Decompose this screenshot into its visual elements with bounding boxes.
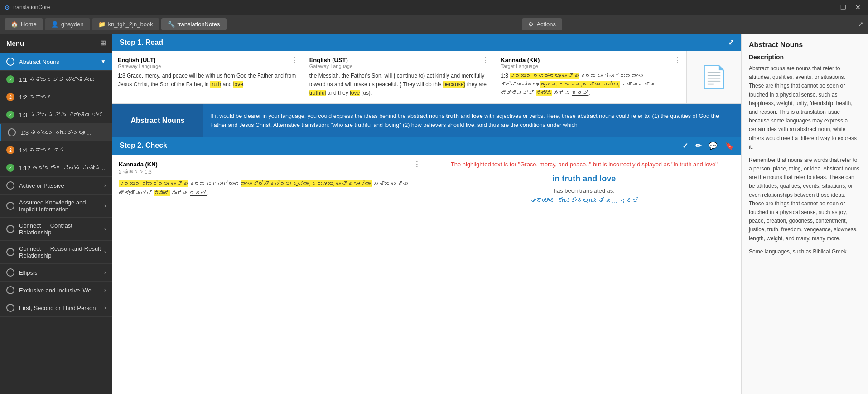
assumed-knowledge-label: Assumed Knowledge and Implicit Informati… — [19, 199, 104, 213]
close-button[interactable]: ✕ — [853, 3, 863, 12]
columns-area: English (ULT) Gateway Language ⋮ 1:3 Gra… — [112, 51, 741, 104]
column-ust-menu[interactable]: ⋮ — [482, 57, 489, 64]
step1-expand-icon[interactable]: ⤢ — [728, 38, 734, 47]
content-area: Step 1. Read ⤢ English (ULT) Gateway Lan… — [112, 34, 741, 394]
window-controls[interactable]: — ❐ ✕ — [822, 3, 863, 12]
step2-highlight-3: ನಮ್ಮ — [154, 190, 170, 196]
step2-edit-icon[interactable]: ✏ — [695, 141, 701, 150]
user-icon: 👤 — [51, 21, 58, 28]
sidebar-item-abstract-nouns[interactable]: Abstract Nouns ▼ — [0, 53, 112, 71]
sidebar-item-connect-reason[interactable]: Connect — Reason-and-Result Relationship… — [0, 241, 112, 264]
assumed-knowledge-icon — [6, 202, 14, 210]
step2-header: Step 2. Check ✓ ✏ 💬 🔖 — [112, 137, 741, 155]
item-1-1-label: 1:1 ಸತ್ಯದಲ್ಲಿ ಪ್ರೀತಿಸುವ — [19, 76, 106, 83]
sidebar-item-1-3a[interactable]: ✓ 1:3 ಸತ್ಯ ಮತ್ತು ಪ್ರೀತಿಯಲ್ಲಿ — [0, 106, 112, 124]
right-panel-para-3: Some languages, such as Biblical Greek — [749, 248, 861, 256]
step2-lang: Kannada (KN) — [119, 161, 158, 168]
step2-highlight-1: ತಂದೆಯಾದ ದೇವರಿಂದಲೂ ಮತ್ತು — [119, 180, 188, 187]
highlight-truth: truth — [210, 81, 221, 88]
step2-right: The highlighted text is for "Grace, merc… — [427, 155, 742, 394]
tab-notes[interactable]: 🔧 translationNotes — [161, 18, 227, 30]
chevron-active-passive: › — [104, 182, 106, 189]
app-name: translationCore — [13, 4, 50, 10]
actions-button[interactable]: ⚙ Actions — [522, 18, 562, 30]
step1-title: Step 1. Read — [120, 39, 163, 47]
right-panel-collapse-button[interactable]: › — [741, 205, 742, 223]
chevron-exclusive-inclusive: › — [104, 287, 106, 293]
column-kn-type: Target Language — [501, 63, 540, 69]
abstract-nouns-label: Abstract Nouns — [19, 58, 101, 65]
active-passive-label: Active or Passive — [19, 182, 104, 189]
menu-label: Menu — [6, 39, 24, 47]
sidebar-item-assumed-knowledge[interactable]: Assumed Knowledge and Implicit Informati… — [0, 195, 112, 218]
column-ust: English (UST) Gateway Language ⋮ the Mes… — [304, 51, 496, 103]
sidebar-item-connect-contrast[interactable]: Connect — Contrast Relationship › — [0, 218, 112, 241]
note-box-title: Abstract Nouns — [112, 104, 203, 137]
column-image: 📄 — [687, 51, 741, 103]
tab-ghayden[interactable]: 👤 ghayden — [45, 18, 90, 30]
tab-book[interactable]: 📁 kn_tgh_2jn_book — [92, 18, 159, 30]
step2-phrase: in truth and love — [552, 174, 616, 184]
right-panel-para-1: Abstract nouns are nouns that refer to a… — [749, 64, 861, 151]
sidebar: Menu ⊞ Abstract Nouns ▼ ✓ 1:1 ಸತ್ಯದಲ್ಲಿ … — [0, 34, 112, 394]
sidebar-item-active-passive[interactable]: Active or Passive › — [0, 177, 112, 195]
step2-check-icon[interactable]: ✓ — [682, 141, 688, 150]
chevron-connect-contrast: › — [104, 226, 106, 232]
ellipsis-icon — [6, 268, 14, 277]
column-ult-menu[interactable]: ⋮ — [291, 57, 298, 64]
check-icon-1-1: ✓ — [6, 75, 14, 83]
column-ust-text: the Messiah, the Father's Son, will { co… — [309, 72, 490, 98]
home-tab[interactable]: 🏠 Home — [5, 18, 43, 30]
highlight-kn-3: ನಮ್ಮ — [536, 90, 552, 96]
column-ult-type: Gateway Language — [118, 63, 161, 69]
column-kn-header: Kannada (KN) Target Language ⋮ — [501, 57, 681, 69]
check-icon-1-3a: ✓ — [6, 111, 14, 119]
exclusive-inclusive-label: Exclusive and Inclusive 'We' — [19, 287, 104, 294]
highlight-kn-4: ಇರಲಿ — [572, 90, 588, 96]
filter-icon[interactable]: ⊞ — [100, 39, 106, 47]
active-passive-icon — [6, 181, 14, 190]
column-ust-header: English (UST) Gateway Language ⋮ — [309, 57, 490, 69]
highlight-kn-2: ಕೃಪೆಯು, ಕರುಣೆಯು, ಮತ್ತು ಶಾಂತಿಯು, — [540, 81, 620, 88]
sidebar-item-1-4[interactable]: 2 1:4 ಸತ್ಯದಲ್ಲಿ — [0, 141, 112, 159]
step2-menu[interactable]: ⋮ — [413, 161, 420, 168]
exclusive-inclusive-icon — [6, 286, 14, 294]
current-icon-1-3b — [8, 128, 16, 136]
first-second-third-label: First, Second or Third Person — [19, 305, 104, 311]
step2-left: Kannada (KN) ⋮ 2 ಯೋಹಾನನು 1:3 ತಂದೆಯಾದ ದೇವ… — [112, 155, 427, 394]
maximize-button[interactable]: ❐ — [838, 3, 849, 12]
column-ult: English (ULT) Gateway Language ⋮ 1:3 Gra… — [112, 51, 304, 103]
step2-highlight-2: ಯೇಸು ಕ್ರಿಸ್ತನಿಂದಲೂ ಕೃಪೆಯು, ಕರುಣೆಯು, ಮತ್ತ… — [241, 180, 372, 187]
column-kn-text: 1:3 ತಂದೆಯಾದ ದೇವರಿಂದಲೂ ಮತ್ತು ತಂದೆಯ ಮಗನಾಗಿ… — [501, 72, 681, 98]
step2-comment-icon[interactable]: 💬 — [709, 141, 718, 150]
gear-icon: ⚙ — [528, 21, 534, 28]
connect-reason-label: Connect — Reason-and-Result Relationship — [19, 245, 104, 259]
connect-contrast-icon — [6, 225, 14, 233]
sidebar-item-first-second-third[interactable]: First, Second or Third Person › — [0, 299, 112, 317]
expand-icon[interactable]: ⤢ — [858, 20, 863, 28]
step2-translated-label: has been translated as: — [554, 187, 615, 194]
chevron-ellipsis: › — [104, 269, 106, 276]
highlight-because: because} — [443, 81, 465, 88]
home-label: Home — [21, 21, 37, 28]
highlight-truthful: truthful — [309, 90, 326, 96]
step2-error-text: The highlighted text is for "Grace, merc… — [451, 161, 718, 168]
right-panel: › Abstract Nouns Description Abstract no… — [741, 34, 868, 394]
step2-translated-text: ತಂದೆಯಾದ ದೇವರಿಂದಲೂ ಮತ್ತು ... ಇರಲಿ — [530, 197, 639, 204]
right-panel-description-label: Description — [749, 54, 861, 61]
right-panel-para-2: Remember that nouns are words that refer… — [749, 156, 861, 243]
sidebar-item-ellipsis[interactable]: Ellipsis › — [0, 264, 112, 282]
sidebar-item-1-1[interactable]: ✓ 1:1 ಸತ್ಯದಲ್ಲಿ ಪ್ರೀತಿಸುವ — [0, 71, 112, 88]
step2-kn-text: ತಂದೆಯಾದ ದೇವರಿಂದಲೂ ಮತ್ತು ತಂದೆಯ ಮಗನಾಗಿರುವ … — [119, 179, 420, 199]
item-1-12-label: 1:12 ಆದ್ದರಿಂದ ನಿಮ್ಮ ಸಂತೋಷ... — [19, 165, 106, 171]
column-kn-menu[interactable]: ⋮ — [674, 57, 681, 64]
sidebar-item-exclusive-inclusive[interactable]: Exclusive and Inclusive 'We' › — [0, 282, 112, 299]
sidebar-item-1-12[interactable]: ✓ 1:12 ಆದ್ದರಿಂದ ನಿಮ್ಮ ಸಂತೋಷ... — [0, 159, 112, 177]
column-kn-lang: Kannada (KN) — [501, 57, 540, 63]
minimize-button[interactable]: — — [822, 3, 834, 12]
step2-bookmark-icon[interactable]: 🔖 — [725, 141, 734, 150]
step1-header: Step 1. Read ⤢ — [112, 34, 741, 51]
sidebar-item-1-3b[interactable]: 1:3 ತಂದೆಯಾದ ದೇವರಿಂದಲೂ ... — [0, 124, 112, 141]
sidebar-item-1-2[interactable]: 2 1:2 ಸತ್ಯದ — [0, 88, 112, 106]
column-ult-info: English (ULT) Gateway Language — [118, 57, 161, 69]
